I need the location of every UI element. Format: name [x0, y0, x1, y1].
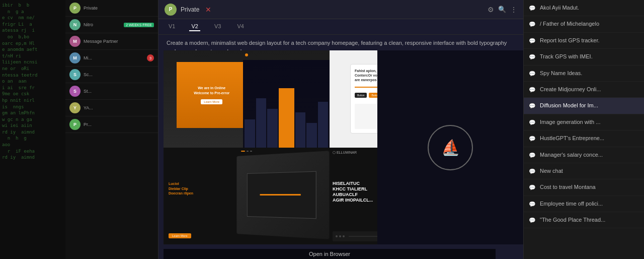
- badge: 2 WEEKS FREE: [124, 23, 154, 27]
- left-panel-item[interactable]: NNitro2 WEEKS FREE: [65, 17, 158, 33]
- chat-item-text: Spy Name Ideas.: [540, 70, 582, 77]
- chat-item-text: / Father of Michelangelo: [540, 20, 599, 28]
- chat-item[interactable]: 💬Report lost GPS tracker.: [524, 33, 644, 49]
- mid-right-logo-area: ⛵: [377, 50, 523, 244]
- chat-item[interactable]: 💬Cost to travel Montana: [524, 179, 644, 196]
- panel-item-name: YA...: [84, 105, 154, 110]
- tab-v1[interactable]: V1: [167, 22, 177, 31]
- chat-item-text: Image generation with ...: [540, 118, 600, 126]
- left-panel-item[interactable]: SSt...: [65, 83, 158, 100]
- avatar: M: [69, 36, 80, 47]
- chat-item-text: Diffusion Model for Im...: [540, 102, 598, 109]
- chat-icon: 💬: [529, 21, 536, 28]
- more-icon[interactable]: ⋮: [510, 6, 517, 14]
- chat-icon: 💬: [529, 184, 536, 191]
- chat-icon: 💬: [529, 168, 536, 175]
- chat-icon: 💬: [529, 119, 536, 126]
- chat-item-text: New chat: [540, 167, 563, 175]
- chat-item[interactable]: 💬Create Midjourney Onli...: [524, 82, 644, 98]
- left-panel-item[interactable]: PPrivate: [65, 0, 158, 17]
- chat-item[interactable]: 💬Manager's salary conce...: [524, 147, 644, 163]
- left-panel-item[interactable]: MMessage Partner: [65, 33, 158, 50]
- username: Private: [181, 6, 199, 13]
- chat-item-text: HustleGPT's Entreprene...: [540, 135, 604, 142]
- tab-v4[interactable]: V4: [235, 22, 246, 31]
- chat-icon: 💬: [529, 136, 536, 142]
- grid-cell-3[interactable]: LuciolDieblar ClipDoecran rlipen Learn M…: [164, 148, 330, 245]
- panel-item-name: Private: [84, 6, 154, 11]
- panel-item-name: Nitro: [84, 22, 121, 27]
- left-panel-item[interactable]: MMi...3: [65, 50, 158, 67]
- chat-icon: 💬: [529, 152, 536, 159]
- avatar: P: [69, 3, 80, 14]
- chat-item-text: Manager's salary conce...: [540, 151, 603, 159]
- chat-item-text: Track GPS with IMEI.: [540, 53, 593, 60]
- tab-v3[interactable]: V3: [212, 22, 223, 31]
- chat-item-text: Cost to travel Montana: [540, 183, 596, 191]
- panel-item-name: Message Partner: [84, 39, 154, 44]
- left-panel-item[interactable]: SSc...: [65, 67, 158, 83]
- chat-item[interactable]: 💬Akol Ayii Madut.: [524, 0, 644, 16]
- chat-item[interactable]: 💬Diffusion Model for Im...: [524, 98, 644, 114]
- right-sidebar: 💬Akol Ayii Madut.💬/ Father of Michelange…: [523, 0, 644, 259]
- version-tabs: V1 V2 V3 V4: [158, 19, 523, 35]
- chat-icon: 💬: [529, 38, 536, 44]
- chat-item-text: Employee time off polici...: [540, 200, 603, 208]
- sail-icon: ⛵: [441, 139, 460, 156]
- cell3-title: LuciolDieblar ClipDoecran rlipen: [169, 181, 231, 196]
- tab-v2[interactable]: V2: [189, 22, 200, 31]
- avatar: M: [69, 52, 80, 63]
- left-terminal: ibir b b n g a e cv nm ne/ frigr Li a at…: [0, 0, 65, 259]
- chat-item-text: "The Good Place Thread...: [540, 216, 605, 224]
- avatar: Y: [69, 102, 80, 113]
- panel-item-name: Mi...: [84, 55, 144, 60]
- chat-item[interactable]: 💬/ Father of Michelangelo: [524, 16, 644, 32]
- cell4-logo: ⬡ ELLUMINAR: [333, 151, 357, 155]
- chat-item[interactable]: 💬Image generation with ...: [524, 114, 644, 131]
- badge: 3: [147, 54, 154, 61]
- cell1-title: We are in OnlineWelcome to Pre-error: [194, 86, 229, 95]
- chat-item[interactable]: 💬Track GPS with IMEI.: [524, 49, 644, 65]
- left-panel-item[interactable]: YYA...: [65, 100, 158, 116]
- main-content: P Private ✕ ⚙ 🔍 ⋮ V1 V2 V3 V4 Create a m…: [158, 0, 523, 259]
- chat-icon: 💬: [529, 71, 536, 77]
- terminal-text: ibir b b n g a e cv nm ne/ frigr Li a at…: [0, 0, 65, 163]
- cell3-btn[interactable]: Learn More: [169, 233, 191, 238]
- logo-circle: ⛵: [428, 125, 473, 170]
- panel-item-name: Sc...: [84, 72, 154, 77]
- chat-icon: 💬: [529, 201, 536, 208]
- chat-item-text: Report lost GPS tracker.: [540, 37, 600, 44]
- search-icon[interactable]: 🔍: [498, 6, 506, 13]
- chat-icon: 💬: [529, 217, 536, 224]
- close-icon[interactable]: ✕: [205, 6, 211, 14]
- chat-icon: 💬: [529, 54, 536, 60]
- avatar: S: [69, 69, 80, 80]
- avatar: S: [69, 86, 80, 97]
- avatar: N: [69, 19, 80, 30]
- chat-item-text: Create Midjourney Onli...: [540, 86, 601, 93]
- chat-item[interactable]: 💬"The Good Place Thread...: [524, 212, 644, 228]
- chat-icon: 💬: [529, 5, 536, 12]
- avatar: P: [69, 119, 80, 130]
- chat-item[interactable]: 💬Employee time off polici...: [524, 196, 644, 212]
- chat-item[interactable]: 💬HustleGPT's Entreprene...: [524, 131, 644, 147]
- panel-item-name: Pr...: [84, 122, 154, 127]
- grid-cell-1[interactable]: We are in OnlineWelcome to Pre-error Lea…: [164, 50, 330, 148]
- settings-icon[interactable]: ⚙: [488, 6, 494, 14]
- open-browser-label[interactable]: Open in Browser: [164, 249, 496, 259]
- chat-item[interactable]: 💬New chat: [524, 163, 644, 179]
- top-bar: P Private ✕ ⚙ 🔍 ⋮: [158, 0, 523, 19]
- chat-icon: 💬: [529, 103, 536, 109]
- chat-item[interactable]: 💬Spy Name Ideas.: [524, 66, 644, 82]
- chat-item-text: Akol Ayii Madut.: [540, 4, 579, 12]
- left-panel-item[interactable]: PPr...: [65, 116, 158, 133]
- panel-item-name: St...: [84, 89, 154, 94]
- chat-icon: 💬: [529, 87, 536, 93]
- avatar: P: [165, 4, 177, 16]
- left-panel: PPrivateNNitro2 WEEKS FREEMMessage Partn…: [65, 0, 158, 259]
- cell1-btn[interactable]: Learn More: [201, 99, 222, 104]
